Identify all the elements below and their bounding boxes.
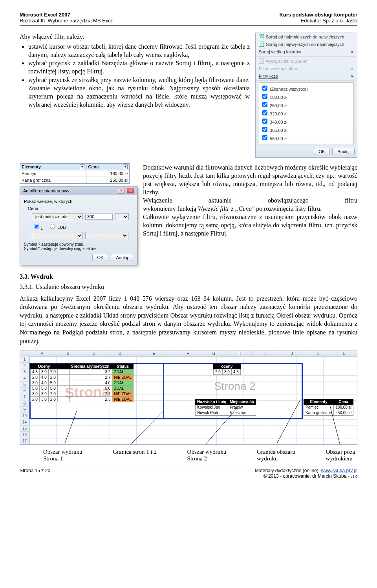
row-header: 4 bbox=[20, 375, 29, 382]
row-header: 8 bbox=[20, 400, 29, 407]
number-filters-item[interactable]: Filtry liczb ▸ bbox=[256, 72, 357, 80]
col-header: F bbox=[175, 351, 201, 356]
dialog-ok-button[interactable]: OK bbox=[92, 254, 109, 261]
col-header bbox=[57, 364, 69, 369]
col-header: L bbox=[331, 351, 357, 356]
col-header: Status bbox=[112, 364, 134, 369]
filter-cancel-button[interactable]: Anuluj bbox=[332, 148, 355, 155]
dialog-hint-2: Symbol * zastępuje dowolny ciąg znaków. bbox=[24, 247, 133, 251]
header-right-1: Kurs podstaw obsługi komputer bbox=[279, 12, 357, 18]
intro-bullet-2: wybrać przycisk z zakładki Narzędzia głó… bbox=[28, 59, 250, 75]
filter-chk-v2[interactable]: 250,00 zł bbox=[261, 101, 352, 109]
filter-chk-v4[interactable]: 340,00 zł bbox=[261, 117, 352, 126]
para2-p2: Wyłączenie aktualnie obowiązującego filt… bbox=[143, 196, 357, 205]
col-header: I bbox=[253, 351, 279, 356]
table-row: Karta graficzna250,00 zł bbox=[20, 177, 130, 183]
para2-p2-tail: wykonujemy funkcją Wyczyść filtr z „Cena… bbox=[143, 205, 357, 213]
col-header: C bbox=[81, 351, 107, 356]
dropdown-icon[interactable]: ▾ bbox=[80, 164, 84, 169]
dialog-radio-or[interactable]: LUB bbox=[48, 223, 66, 230]
section-3-3-1-heading: 3.3.1. Ustalanie obszaru wydruku bbox=[20, 283, 357, 290]
footer-link[interactable]: www.skuba.prv.pl bbox=[321, 468, 357, 473]
doc-footer-row2: © 2013 - opracowanie: dr Marcin Skuba - … bbox=[20, 473, 357, 479]
row-header: 14 bbox=[20, 419, 29, 425]
annot-print-area-1: Obszar wydrukuStrona 1 bbox=[43, 449, 82, 462]
filter-chk-v1[interactable]: 180,00 zł bbox=[261, 93, 352, 101]
annot-area-border: Granica obszaruwydruku bbox=[257, 449, 295, 462]
doc-header-row1: Microsoft Excel 2007 Kurs podstaw obsług… bbox=[20, 12, 357, 18]
dialog-value-input[interactable] bbox=[85, 214, 113, 220]
clear-filter-item[interactable]: ✕ Wyczyść filtr z „Cena" bbox=[256, 57, 357, 65]
sort-desc-label: Sortuj od największych do najmniejszych bbox=[266, 42, 344, 47]
intro-block: Aby włączyć filtr, należy: ustawić kurso… bbox=[20, 33, 250, 158]
page-break-line[interactable] bbox=[163, 363, 164, 419]
row-header: 7 bbox=[20, 394, 29, 400]
col-header: Elementy bbox=[304, 399, 334, 405]
footer-page: Strona 15 z 20 bbox=[20, 468, 50, 473]
sort-asc-item[interactable]: A Sortuj od najmniejszych do największyc… bbox=[256, 33, 357, 40]
dialog-value2-select[interactable] bbox=[115, 213, 129, 220]
dialog-cancel-button[interactable]: Anuluj bbox=[111, 254, 133, 261]
table-row: Nowak PiotrRzeszów bbox=[196, 410, 256, 416]
elements-table: Elementy▾ Cena▾ Pamięć180,00 zł Karta gr… bbox=[20, 163, 130, 184]
filter-dropdown-panel: A Sortuj od najmniejszych do największyc… bbox=[255, 33, 357, 158]
filter-chk-v5[interactable]: 365,00 zł bbox=[261, 126, 352, 134]
dropdown-icon[interactable]: ▾ bbox=[123, 164, 128, 169]
row-header: 16 bbox=[20, 432, 29, 438]
doc-header-row2: Rozdział III. Wybrane narzędzia MS Excel… bbox=[20, 18, 357, 24]
dialog-help-button[interactable]: ? bbox=[118, 188, 125, 194]
intro-bullet-1: ustawić kursor w obszar tabeli, której d… bbox=[28, 42, 250, 59]
clear-filter-label: Wyczyść filtr z „Cena" bbox=[266, 59, 307, 64]
sort-by-color-item[interactable]: Sortuj według kolorów ▸ bbox=[256, 48, 357, 55]
table-row: 4,53,02,03,2ZDAŁ bbox=[31, 369, 134, 375]
elements-table-header-price: Cena▾ bbox=[86, 163, 130, 170]
row-header: 15 bbox=[20, 425, 29, 432]
col-header: B bbox=[55, 351, 81, 356]
col-header: J bbox=[279, 351, 305, 356]
dialog-value3-select[interactable] bbox=[85, 232, 128, 239]
page2-watermark: Strona 2 bbox=[214, 380, 256, 393]
col-header: E bbox=[133, 351, 175, 356]
names-table: Nazwisko i imięMiejscowość Kowalski JanK… bbox=[195, 399, 256, 416]
dialog-radio-and[interactable]: I bbox=[32, 223, 42, 230]
section-3-3-heading: 3.3. Wydruk bbox=[20, 273, 357, 280]
table-row: 3,04,05,04,0ZDAŁ bbox=[31, 380, 134, 386]
header-left-2: Rozdział III. Wybrane narzędzia MS Excel bbox=[20, 18, 115, 24]
col-header: H bbox=[227, 351, 253, 356]
header-rule bbox=[20, 25, 357, 26]
filter-chk-all[interactable]: (Zaznacz wszystko) bbox=[261, 84, 352, 93]
row-header: 17 bbox=[20, 438, 29, 444]
dialog-close-button[interactable]: ✕ bbox=[127, 188, 134, 194]
dialog-field-name: Cena bbox=[28, 206, 133, 211]
table-row: 2,03,02,02,3NIE ZDAŁ bbox=[31, 397, 134, 402]
dialog-operator2-select[interactable] bbox=[32, 232, 83, 239]
col-header: oceny bbox=[214, 364, 241, 369]
filter-by-color-item[interactable]: Filtruj według koloru ▸ bbox=[256, 65, 357, 72]
para3: Arkusz kalkulacyjny Excel 2007 liczy 1 0… bbox=[20, 294, 357, 345]
row-header: 5 bbox=[20, 382, 29, 388]
custom-autofilter-dialog: Autofiltr niestandardowy ? ✕ Pokaż wiers… bbox=[20, 186, 137, 265]
sort-asc-icon: A bbox=[259, 34, 264, 39]
elements-table-header-name: Elementy▾ bbox=[20, 163, 86, 170]
sort-desc-item[interactable]: Z Sortuj od największych do najmniejszyc… bbox=[256, 40, 357, 48]
dialog-title: Autofiltr niestandardowy bbox=[23, 188, 69, 193]
table-row: Pamięć180,00 zł bbox=[20, 170, 130, 177]
filter-color-label: Filtruj według koloru bbox=[259, 66, 297, 71]
filter-chk-v3[interactable]: 320,00 zł bbox=[261, 109, 352, 117]
col-header: Miejscowość bbox=[228, 399, 256, 405]
excel-print-area-screenshot: A B C D E F G H I J K L 1 2 3 4 5 6 7 8 … bbox=[20, 351, 357, 445]
para2-p3: Całkowite wyłączenie filtru, równoznaczn… bbox=[143, 213, 357, 237]
filter-ok-button[interactable]: OK bbox=[314, 148, 330, 155]
annot-page-break: Granica stron 1 i 2 bbox=[113, 449, 157, 462]
dialog-operator-select[interactable]: jest mniejsze niż bbox=[32, 213, 83, 220]
elements-outside-table: ElementyCena Pamięć180,00 zł Karta grafi… bbox=[304, 399, 353, 416]
footer-materials: Materiały dydaktyczne (online): www.skub… bbox=[255, 468, 357, 473]
row-header: 10 bbox=[20, 413, 29, 419]
filter-chk-v6[interactable]: 550,00 zł bbox=[261, 134, 352, 142]
row-header: 6 bbox=[20, 388, 29, 394]
doc-footer-row1: Strona 15 z 20 Materiały dydaktyczne (on… bbox=[20, 468, 357, 473]
col-header: Cena bbox=[334, 399, 353, 405]
footer-copyright: © 2013 - opracowanie: dr Marcin Skuba - … bbox=[264, 473, 357, 479]
oceny2-table: oceny 2,03,04,5 bbox=[213, 363, 241, 375]
table-row: 2,04,02,02,7NIE ZDAŁ bbox=[31, 375, 134, 380]
